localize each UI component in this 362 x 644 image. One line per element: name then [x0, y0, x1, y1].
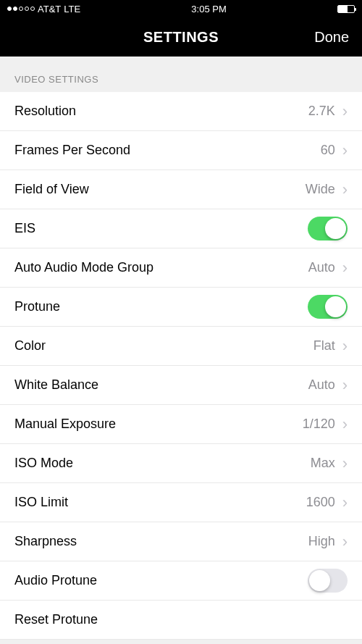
row-value: Auto [308, 377, 335, 393]
row-label: ISO Mode [14, 456, 73, 471]
row-white-balance[interactable]: White Balance Auto › [0, 366, 362, 405]
row-iso-mode[interactable]: ISO Mode Max › [0, 444, 362, 483]
row-audio-protune: Audio Protune [0, 561, 362, 601]
row-value: 2.7K [308, 104, 335, 119]
row-value: 1600 [306, 495, 335, 510]
status-time: 3:05 PM [191, 4, 226, 14]
chevron-right-icon: › [342, 102, 348, 121]
page-title: SETTINGS [143, 29, 219, 46]
done-button[interactable]: Done [314, 29, 349, 46]
row-label: Audio Protune [14, 573, 97, 588]
status-left: AT&T LTE [7, 4, 80, 14]
section-header: VIDEO SETTINGS [0, 57, 362, 92]
chevron-right-icon: › [342, 259, 348, 277]
row-label: Color [14, 338, 46, 354]
row-label: Field of View [14, 182, 89, 197]
row-label: Reset Protune [14, 612, 98, 627]
chevron-right-icon: › [342, 454, 348, 473]
row-fps[interactable]: Frames Per Second 60 › [0, 131, 362, 170]
row-value: High [308, 534, 335, 549]
row-value: Flat [313, 338, 335, 354]
chevron-right-icon: › [342, 337, 348, 356]
row-label: ISO Limit [14, 495, 68, 510]
row-reset-protune[interactable]: Reset Protune [0, 601, 362, 640]
row-color[interactable]: Color Flat › [0, 327, 362, 366]
nav-bar: SETTINGS Done [0, 17, 362, 57]
row-label: Manual Exposure [14, 417, 116, 432]
network-label: LTE [64, 4, 80, 14]
row-value: Max [311, 456, 335, 471]
chevron-right-icon: › [342, 415, 348, 434]
chevron-right-icon: › [342, 493, 348, 512]
row-iso-limit[interactable]: ISO Limit 1600 › [0, 483, 362, 522]
status-bar: AT&T LTE 3:05 PM [0, 0, 362, 17]
chevron-right-icon: › [342, 376, 348, 395]
row-sharpness[interactable]: Sharpness High › [0, 522, 362, 561]
row-eis: EIS [0, 209, 362, 248]
audio-protune-toggle[interactable] [308, 569, 348, 593]
settings-list: Resolution 2.7K › Frames Per Second 60 ›… [0, 92, 362, 640]
carrier-label: AT&T [38, 4, 61, 14]
row-label: Protune [14, 299, 60, 314]
chevron-right-icon: › [342, 180, 348, 199]
battery-icon [337, 5, 355, 13]
row-label: EIS [14, 221, 35, 236]
row-label: Frames Per Second [14, 143, 130, 158]
row-label: Resolution [14, 104, 76, 119]
row-protune: Protune [0, 288, 362, 327]
row-value: Wide [306, 182, 335, 197]
signal-strength-icon [7, 7, 35, 11]
row-value: Auto [308, 260, 335, 275]
row-resolution[interactable]: Resolution 2.7K › [0, 92, 362, 131]
row-fov[interactable]: Field of View Wide › [0, 170, 362, 209]
row-value: 1/120 [303, 417, 335, 432]
row-audio-mode[interactable]: Auto Audio Mode Group Auto › [0, 248, 362, 288]
protune-toggle[interactable] [308, 295, 348, 319]
row-manual-exposure[interactable]: Manual Exposure 1/120 › [0, 405, 362, 444]
row-label: Sharpness [14, 534, 77, 549]
chevron-right-icon: › [342, 141, 348, 160]
chevron-right-icon: › [342, 532, 348, 551]
eis-toggle[interactable] [308, 217, 348, 241]
row-label: White Balance [14, 377, 98, 393]
row-value: 60 [321, 143, 335, 158]
status-right [337, 5, 355, 13]
row-label: Auto Audio Mode Group [14, 260, 153, 275]
